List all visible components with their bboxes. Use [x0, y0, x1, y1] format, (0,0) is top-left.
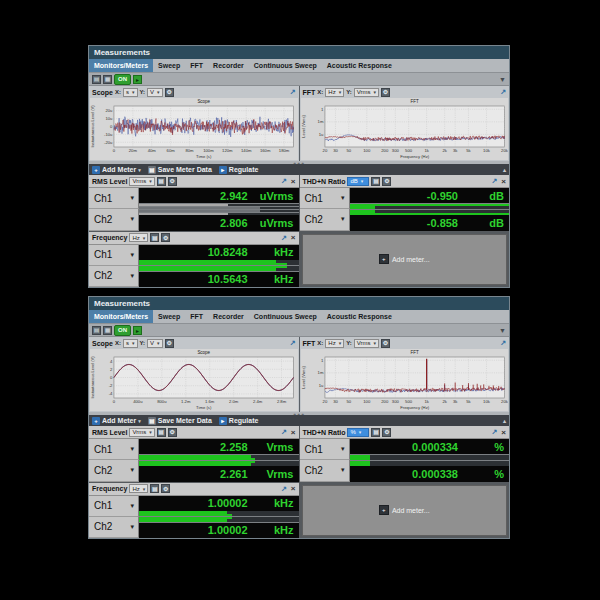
- expand-icon[interactable]: ↗: [281, 177, 287, 185]
- collapse-icon[interactable]: ▴: [503, 417, 506, 424]
- expand-icon[interactable]: ↗: [290, 88, 296, 96]
- fft-x-unit-dropdown[interactable]: Hz▾: [325, 88, 344, 97]
- scope-chart[interactable]: 0400u800u1.2m1.6m2.0m2.4m2.8m420-2-4Scop…: [90, 349, 298, 411]
- tab-recorder[interactable]: Recorder: [208, 59, 249, 72]
- scope-panel: Scope X: s▾ Y: V▾ ⚙ ↗ 020m40m60m80m100m1…: [89, 86, 299, 161]
- tab-continuous-sweep[interactable]: Continuous Sweep: [249, 310, 322, 323]
- fft-chart[interactable]: 2030501002003005001k2k3k5k10k20k11m1uFFT…: [301, 349, 509, 411]
- frequency-unit-dropdown[interactable]: Hz▾: [129, 233, 148, 242]
- channel-2-selector[interactable]: Ch2▾: [89, 266, 139, 287]
- expand-icon[interactable]: ↗: [281, 234, 287, 242]
- expand-icon[interactable]: ↗: [491, 428, 497, 436]
- tab-fft[interactable]: FFT: [185, 59, 208, 72]
- rms-unit-dropdown[interactable]: Vrms▾: [129, 177, 154, 186]
- gear-icon[interactable]: ⚙: [381, 339, 390, 348]
- gear-icon[interactable]: ⚙: [161, 484, 170, 493]
- tab-continuous-sweep[interactable]: Continuous Sweep: [249, 59, 322, 72]
- gear-icon[interactable]: ⚙: [165, 339, 174, 348]
- thdn-unit-dropdown[interactable]: %▾: [347, 428, 369, 437]
- on-toggle[interactable]: ON: [114, 74, 131, 85]
- fft-y-unit-dropdown[interactable]: Vrms▾: [354, 88, 379, 97]
- channel-2-selector[interactable]: Ch2▾: [89, 517, 139, 538]
- tab-sweep[interactable]: Sweep: [153, 310, 185, 323]
- close-icon[interactable]: ×: [291, 484, 296, 493]
- close-icon[interactable]: ×: [291, 428, 296, 437]
- close-icon[interactable]: ×: [291, 233, 296, 242]
- channel-1-selector[interactable]: Ch1▾: [89, 188, 139, 209]
- rms-unit-dropdown[interactable]: Vrms▾: [129, 428, 154, 437]
- tab-fft[interactable]: FFT: [185, 310, 208, 323]
- expand-icon[interactable]: ↗: [281, 428, 287, 436]
- channel-1-selector[interactable]: Ch1▾: [89, 439, 139, 460]
- pin-icon[interactable]: ▼: [499, 327, 506, 334]
- scope-x-unit-dropdown[interactable]: s▾: [123, 339, 138, 348]
- thdn-ratio-header: THD+N Ratio %▾ ▤ ⚙ ↗ ×: [300, 426, 510, 439]
- channel-2-selector[interactable]: Ch2▾: [89, 460, 139, 481]
- add-meter-placeholder[interactable]: + Add meter...: [302, 485, 508, 537]
- display-mode-icon[interactable]: ▦: [103, 326, 112, 335]
- tab-monitors-meters[interactable]: Monitors/Meters: [89, 59, 153, 72]
- on-toggle[interactable]: ON: [114, 325, 131, 336]
- expand-icon[interactable]: ↗: [500, 88, 506, 96]
- collapse-icon[interactable]: ▴: [503, 166, 506, 173]
- regulate-button[interactable]: ▸ Regulate: [219, 417, 259, 425]
- thdn-unit-dropdown[interactable]: dB▾: [347, 177, 369, 186]
- scope-chart[interactable]: 020m40m60m80m100m120m140m160m180m20u10u0…: [90, 98, 298, 160]
- channel-1-selector[interactable]: Ch1▾: [89, 245, 139, 266]
- gear-icon[interactable]: ⚙: [381, 88, 390, 97]
- frequency-unit-dropdown[interactable]: Hz▾: [129, 484, 148, 493]
- save-settings-icon[interactable]: ▤: [92, 326, 101, 335]
- channel-2-selector[interactable]: Ch2▾: [89, 209, 139, 230]
- pin-icon[interactable]: ▼: [499, 76, 506, 83]
- channel-1-selector[interactable]: Ch1▾: [300, 439, 350, 460]
- expand-icon[interactable]: ↗: [491, 177, 497, 185]
- display-options-icon[interactable]: ▤: [371, 428, 380, 437]
- run-icon[interactable]: ▸: [133, 326, 142, 335]
- close-icon[interactable]: ×: [501, 177, 506, 186]
- gear-icon[interactable]: ⚙: [165, 88, 174, 97]
- display-options-icon[interactable]: ▤: [371, 177, 380, 186]
- save-meter-data-button[interactable]: ▤ Save Meter Data: [148, 417, 212, 425]
- expand-icon[interactable]: ↗: [281, 485, 287, 493]
- tab-acoustic-response[interactable]: Acoustic Response: [322, 59, 397, 72]
- display-options-icon[interactable]: ▤: [150, 484, 159, 493]
- tab-sweep[interactable]: Sweep: [153, 59, 185, 72]
- display-options-icon[interactable]: ▤: [157, 428, 166, 437]
- gear-icon[interactable]: ⚙: [161, 233, 170, 242]
- scope-y-unit-dropdown[interactable]: V▾: [147, 88, 163, 97]
- gear-icon[interactable]: ⚙: [382, 428, 391, 437]
- add-meter-button[interactable]: + Add Meter ▾: [92, 417, 141, 425]
- tab-monitors-meters[interactable]: Monitors/Meters: [89, 310, 153, 323]
- display-options-icon[interactable]: ▤: [150, 233, 159, 242]
- fft-x-unit-dropdown[interactable]: Hz▾: [325, 339, 344, 348]
- regulate-button[interactable]: ▸ Regulate: [219, 166, 259, 174]
- fft-chart[interactable]: 2030501002003005001k2k3k5k10k20k11m1uFFT…: [301, 98, 509, 160]
- scope-y-unit-dropdown[interactable]: V▾: [147, 339, 163, 348]
- add-meter-placeholder[interactable]: + Add meter...: [302, 234, 508, 286]
- channel-1-selector[interactable]: Ch1▾: [89, 496, 139, 517]
- run-icon[interactable]: ▸: [133, 75, 142, 84]
- add-meter-button[interactable]: + Add Meter ▾: [92, 166, 141, 174]
- expand-icon[interactable]: ↗: [290, 339, 296, 347]
- save-meter-data-button[interactable]: ▤ Save Meter Data: [148, 166, 212, 174]
- channel-1-selector[interactable]: Ch1▾: [300, 188, 350, 209]
- channel-2-selector[interactable]: Ch2▾: [300, 209, 350, 230]
- fft-y-unit-dropdown[interactable]: Vrms▾: [354, 339, 379, 348]
- gear-icon[interactable]: ⚙: [168, 428, 177, 437]
- close-icon[interactable]: ×: [501, 428, 506, 437]
- window-titlebar[interactable]: Measurements: [89, 46, 509, 59]
- close-icon[interactable]: ×: [291, 177, 296, 186]
- display-options-icon[interactable]: ▤: [157, 177, 166, 186]
- tab-recorder[interactable]: Recorder: [208, 310, 249, 323]
- save-icon: ▤: [148, 166, 156, 174]
- save-settings-icon[interactable]: ▤: [92, 75, 101, 84]
- scope-x-unit-dropdown[interactable]: s▾: [123, 88, 138, 97]
- window-titlebar[interactable]: Measurements: [89, 297, 509, 310]
- fft-panel: FFT X: Hz▾ Y: Vrms▾ ⚙ ↗ 2030501002003005…: [300, 86, 510, 161]
- display-mode-icon[interactable]: ▦: [103, 75, 112, 84]
- gear-icon[interactable]: ⚙: [382, 177, 391, 186]
- tab-acoustic-response[interactable]: Acoustic Response: [322, 310, 397, 323]
- gear-icon[interactable]: ⚙: [168, 177, 177, 186]
- channel-2-selector[interactable]: Ch2▾: [300, 460, 350, 481]
- expand-icon[interactable]: ↗: [500, 339, 506, 347]
